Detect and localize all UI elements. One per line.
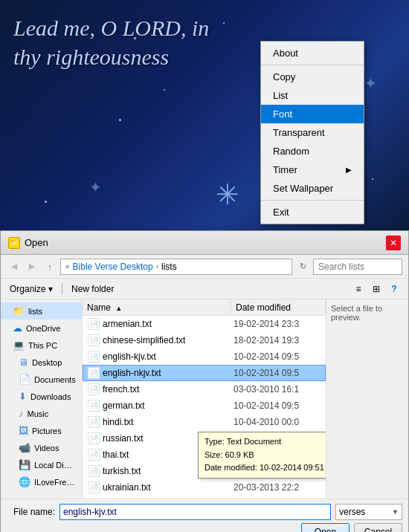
burst-small-1: ✦ (89, 178, 102, 196)
ctx-exit[interactable]: Exit (261, 203, 364, 221)
file-item[interactable]: 📄 french.txt 03-03-2010 16:1 (83, 381, 326, 398)
sidebar-label: Pictures (32, 426, 62, 435)
desktop-background: Lead me, O LORD, in thy righteousness ✳ … (0, 0, 409, 230)
computer-icon: 💻 (13, 340, 25, 351)
file-item[interactable]: 📄 ukrainian.txt 20-03-2013 22:2 (83, 479, 326, 496)
refresh-button[interactable]: ↻ (295, 259, 310, 274)
sidebar-item-pictures[interactable]: 🖼 Pictures (1, 422, 82, 439)
pictures-icon: 🖼 (19, 425, 28, 436)
open-dialog: 📁 Open ✕ ◀ ▶ ↑ « Bible Verse Desktop › l… (0, 230, 409, 532)
disk-icon: 💾 (19, 459, 30, 470)
ctx-font[interactable]: Font (261, 105, 364, 123)
file-icon: 📄 (88, 432, 100, 444)
col-date-header[interactable]: Date modified (231, 301, 326, 314)
file-item[interactable]: 📄 german.txt 10-02-2014 09:5 (83, 398, 326, 414)
file-icon: 📄 (88, 318, 100, 330)
preview-text: Select a file to preview. (331, 304, 404, 322)
sidebar-item-desktop[interactable]: 🖥 Desktop (1, 354, 82, 371)
action-row: Open Cancel (7, 523, 402, 532)
ctx-set-wallpaper[interactable]: Set Wallpaper (261, 179, 364, 198)
sidebar-item-network[interactable]: 🌐 ILoveFreeSoftwa... (1, 473, 82, 490)
file-icon: 📄 (88, 465, 100, 477)
ctx-copy[interactable]: Copy (261, 68, 364, 86)
filename-input[interactable] (59, 504, 331, 520)
sidebar-label: Music (28, 409, 49, 418)
organize-bar: Organize ▾ New folder ≡ ⊞ ? (1, 279, 408, 299)
docs-icon: 📄 (19, 374, 30, 385)
filetype-dropdown[interactable]: verses ▼ (335, 504, 402, 520)
sidebar-label: ILoveFreeSoftwa... (34, 478, 76, 487)
sidebar-label: OneDrive (26, 324, 60, 333)
file-item[interactable]: 📄 chinese-simplified.txt 18-02-2014 19:3 (83, 332, 326, 348)
sidebar-item-downloads[interactable]: ⬇ Downloads (1, 388, 82, 405)
up-button[interactable]: ↑ (42, 259, 57, 274)
file-icon: 📄 (88, 400, 100, 412)
file-icon: 📄 (88, 383, 100, 395)
file-list-area: Name ▲ Date modified 📄 armenian.txt 19-0… (83, 299, 326, 499)
context-menu: About Copy List Font Transparent Random … (260, 41, 364, 224)
cancel-button[interactable]: Cancel (354, 523, 402, 532)
dialog-content: 📁 lists ☁ OneDrive 💻 This PC 🖥 Desktop 📄… (1, 299, 408, 499)
ctx-transparent[interactable]: Transparent (261, 123, 364, 142)
ctx-about[interactable]: About (261, 44, 364, 62)
back-button[interactable]: ◀ (7, 259, 22, 274)
ctx-timer[interactable]: Timer▶ (261, 160, 364, 179)
videos-icon: 📹 (19, 442, 30, 453)
search-box: 🔍 (313, 259, 402, 275)
ctx-random[interactable]: Random (261, 142, 364, 160)
file-icon: 📄 (88, 367, 100, 379)
sidebar-label: Local Disk (C:) (34, 461, 76, 470)
tooltip-modified: Date modified: 10-02-2014 09:51 (204, 461, 324, 475)
sidebar-item-lists[interactable]: 📁 lists (1, 302, 82, 319)
verse-text: Lead me, O LORD, in thy righteousness (13, 13, 222, 71)
sidebar-item-videos[interactable]: 📹 Videos (1, 439, 82, 456)
dialog-toolbar: ◀ ▶ ↑ « Bible Verse Desktop › lists ↻ 🔍 (1, 255, 408, 279)
separator (62, 283, 62, 295)
file-list-header: Name ▲ Date modified (83, 299, 326, 316)
view-list-button[interactable]: ≡ (350, 281, 367, 297)
sidebar-item-onedrive[interactable]: ☁ OneDrive (1, 319, 82, 337)
filename-label: File name: (7, 507, 55, 517)
preview-area: Select a file to preview. (326, 299, 408, 499)
sidebar-label: Documents (34, 375, 76, 384)
music-icon: ♪ (19, 408, 24, 419)
forward-button[interactable]: ▶ (25, 259, 39, 274)
file-item[interactable]: 📄 armenian.txt 19-02-2014 23:3 (83, 316, 326, 332)
sidebar: 📁 lists ☁ OneDrive 💻 This PC 🖥 Desktop 📄… (1, 299, 83, 499)
organize-button[interactable]: Organize ▾ (7, 282, 56, 296)
sidebar-label: This PC (28, 341, 57, 350)
sidebar-label: Downloads (30, 392, 71, 401)
dialog-title-icon: 📁 (8, 237, 20, 249)
sidebar-item-localdisk[interactable]: 💾 Local Disk (C:) (1, 456, 82, 473)
open-button[interactable]: Open (301, 523, 350, 532)
breadcrumb-parent[interactable]: Bible Verse Desktop (73, 262, 153, 272)
dialog-bottom: File name: verses ▼ Open Cancel (1, 499, 408, 532)
breadcrumb: « Bible Verse Desktop › lists (60, 259, 292, 275)
filename-row: File name: verses ▼ (7, 504, 402, 520)
dialog-titlebar: 📁 Open ✕ (1, 231, 408, 255)
file-item-selected[interactable]: 📄 english-nkjv.txt 10-02-2014 09:5 (83, 365, 326, 381)
view-help-button[interactable]: ? (386, 281, 402, 297)
sidebar-label: Videos (34, 444, 59, 452)
file-icon: 📄 (88, 416, 100, 428)
col-name-header[interactable]: Name ▲ (83, 301, 231, 314)
sidebar-label: lists (28, 307, 42, 316)
sidebar-item-thispc[interactable]: 💻 This PC (1, 337, 82, 354)
ctx-list[interactable]: List (261, 86, 364, 105)
new-folder-button[interactable]: New folder (68, 282, 117, 296)
file-item[interactable]: 📄 english-kjv.txt 10-02-2014 09:5 (83, 348, 326, 365)
view-grid-button[interactable]: ⊞ (368, 281, 384, 297)
network-icon: 🌐 (19, 476, 30, 487)
tooltip-size: Size: 60.9 KB (204, 449, 324, 462)
close-button[interactable]: ✕ (386, 236, 401, 250)
sidebar-label: Desktop (32, 358, 62, 367)
file-icon: 📄 (88, 449, 100, 461)
file-icon: 📄 (88, 351, 100, 363)
search-input[interactable] (318, 262, 409, 272)
burst-large: ✳ (216, 178, 239, 211)
sidebar-item-music[interactable]: ♪ Music (1, 405, 82, 422)
file-item[interactable]: 📄 hindi.txt 10-04-2010 00:0 (83, 414, 326, 430)
onedrive-icon: ☁ (13, 322, 22, 334)
sidebar-item-documents[interactable]: 📄 Documents (1, 371, 82, 388)
breadcrumb-current: lists (161, 262, 177, 272)
